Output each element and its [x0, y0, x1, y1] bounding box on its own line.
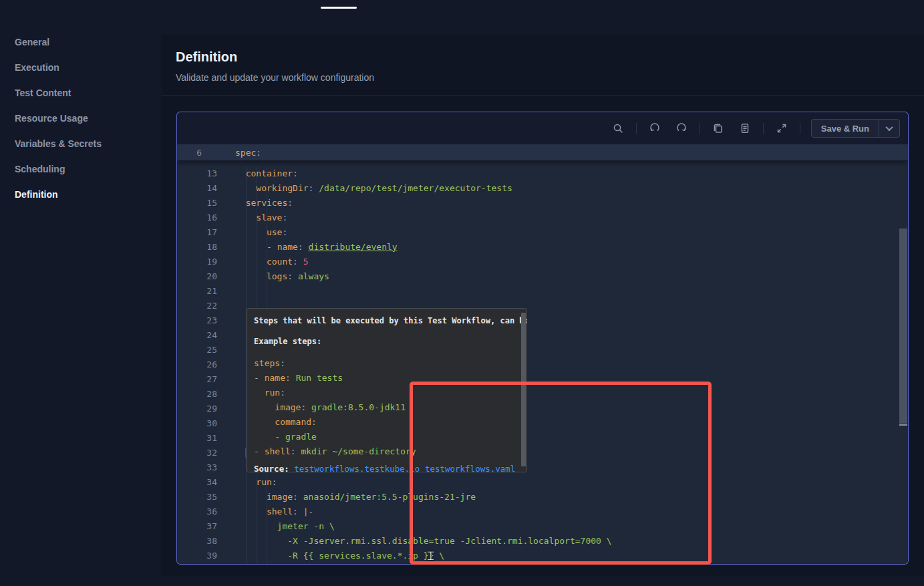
yaml-token: :	[311, 417, 317, 427]
line-number: 24	[177, 330, 235, 340]
line-number: 14	[177, 183, 235, 193]
line-number: 20	[177, 271, 235, 281]
code-line[interactable]: 34 run:	[177, 474, 908, 489]
line-number: 31	[177, 433, 235, 443]
yaml-token: services	[235, 198, 287, 208]
sidebar-item-variables-secrets[interactable]: Variables & Secrets	[15, 138, 102, 150]
yaml-token: :	[298, 242, 309, 252]
code-line[interactable]: 14 workingDir: /data/repo/test/jmeter/ex…	[177, 180, 908, 195]
redo-icon[interactable]	[673, 120, 690, 137]
yaml-token: spec	[235, 148, 256, 158]
undo-icon[interactable]	[646, 120, 663, 137]
line-number: 26	[177, 359, 235, 370]
code-line[interactable]: 18 - name: distribute/evenly	[177, 239, 908, 254]
code-line[interactable]: 21	[177, 283, 908, 298]
expand-icon[interactable]	[773, 120, 790, 137]
code-line[interactable]: 17 use:	[177, 225, 908, 239]
sidebar-item-test-content[interactable]: Test Content	[15, 88, 71, 100]
tooltip-heading: Steps that will be executed by this Test…	[254, 316, 520, 325]
yaml-token: |-	[303, 506, 314, 517]
line-number: 32	[177, 448, 235, 458]
yaml-link[interactable]: distribute/evenly	[309, 242, 398, 252]
yaml-token: logs	[235, 271, 287, 281]
line-number: 6	[177, 148, 235, 158]
code-area[interactable]: 6 spec: 13 container:14 workingDir: /dat…	[177, 144, 908, 564]
yaml-token: -R {{ services.slave.*.ip }} \	[235, 551, 444, 561]
yaml-token: -	[254, 373, 265, 383]
yaml-token: :	[287, 198, 293, 208]
copy-icon[interactable]	[710, 120, 727, 137]
sticky-scroll-line[interactable]: 6 spec:	[177, 144, 908, 160]
yaml-token: run	[254, 388, 280, 398]
yaml-token: :	[280, 388, 285, 398]
yaml-token: -	[254, 446, 265, 456]
source-link[interactable]: testworkflows.testkube.io_testworkflows.…	[294, 464, 515, 472]
yaml-token: image	[235, 492, 293, 502]
sidebar-item-execution[interactable]: Execution	[15, 62, 59, 74]
yaml-token: :	[301, 402, 311, 412]
yaml-token	[235, 448, 246, 458]
yaml-token: -X -Jserver.rmi.ssl.disable=true -Jclien…	[235, 536, 612, 546]
code-line[interactable]: 40 -t jmeter-executor-smoke.jmx	[177, 563, 908, 564]
settings-sidebar: GeneralExecutionTest ContentResource Usa…	[0, 30, 160, 231]
line-number: 15	[177, 198, 235, 208]
sidebar-item-scheduling[interactable]: Scheduling	[15, 164, 65, 176]
yaml-token: :	[287, 271, 298, 281]
yaml-token: :	[282, 212, 287, 223]
header-divider	[162, 95, 924, 96]
yaml-token: workingDir	[235, 183, 309, 193]
code-line[interactable]: 15 services:	[177, 195, 908, 210]
toolbar-separator	[800, 123, 800, 134]
code-line[interactable]: 37 jmeter -n \	[177, 519, 908, 533]
scrollbar-decoration	[899, 424, 907, 426]
sidebar-item-definition[interactable]: Definition	[15, 189, 58, 201]
code-line[interactable]: 38 -X -Jserver.rmi.ssl.disable=true -Jcl…	[177, 533, 908, 548]
yaml-token: :	[293, 257, 303, 267]
yaml-token: :	[282, 227, 287, 237]
line-number: 39	[177, 551, 235, 561]
yaml-token: count	[235, 257, 293, 267]
tooltip-scrollbar-thumb[interactable]	[521, 313, 526, 466]
search-icon[interactable]	[609, 120, 627, 137]
editor-toolbar: Save & Run	[177, 112, 908, 144]
line-number: 22	[177, 301, 235, 311]
yaml-token: Run tests	[296, 373, 343, 383]
editor-scrollbar-thumb[interactable]	[899, 229, 907, 424]
yaml-token: always	[298, 271, 329, 281]
definition-panel: Definition Validate and update your work…	[162, 35, 924, 576]
chevron-down-icon[interactable]	[879, 126, 899, 131]
code-line[interactable]: 39 -R {{ services.slave.*.ip }} \	[177, 548, 908, 563]
line-number: 17	[177, 227, 235, 237]
code-line[interactable]: 13 container:	[177, 166, 908, 180]
yaml-editor[interactable]: Save & Run 6 spec: 13 container:14 worki…	[176, 112, 909, 565]
code-line[interactable]: 20 logs: always	[177, 269, 908, 283]
yaml-token: gradle	[285, 432, 317, 442]
yaml-token: container	[235, 168, 293, 178]
tooltip-code-line: - shell: mkdir ~/some-directory	[254, 444, 520, 458]
yaml-token: gradle:8.5.0-jdk11	[311, 402, 406, 412]
yaml-token: image	[254, 402, 301, 412]
line-number: 35	[177, 492, 235, 502]
tooltip-code-line: image: gradle:8.5.0-jdk11	[254, 400, 520, 414]
line-number: 30	[177, 418, 235, 428]
document-icon[interactable]	[736, 120, 754, 137]
toolbar-separator	[763, 123, 764, 134]
yaml-token: use	[235, 227, 282, 237]
code-line[interactable]: 36 shell: |-	[177, 504, 908, 519]
code-line[interactable]: 19 count: 5	[177, 254, 908, 269]
yaml-token: /data/repo/test/jmeter/executor-tests	[319, 183, 512, 193]
line-number: 29	[177, 404, 235, 414]
sidebar-item-general[interactable]: General	[15, 37, 49, 49]
yaml-token: jmeter -n \	[235, 521, 335, 531]
yaml-token: anasoid/jmeter:5.5-plugins-21-jre	[303, 492, 476, 502]
save-and-run-button[interactable]: Save & Run	[811, 119, 900, 138]
code-line[interactable]: 35 image: anasoid/jmeter:5.5-plugins-21-…	[177, 489, 908, 504]
line-number: 28	[177, 389, 235, 399]
code-line[interactable]: 16 slave:	[177, 210, 908, 225]
yaml-token: :	[291, 446, 301, 456]
tooltip-example-label: Example steps:	[254, 337, 520, 346]
line-number: 27	[177, 374, 235, 384]
yaml-token: :	[280, 358, 285, 368]
line-number: 34	[177, 477, 235, 487]
sidebar-item-resource-usage[interactable]: Resource Usage	[15, 113, 88, 125]
